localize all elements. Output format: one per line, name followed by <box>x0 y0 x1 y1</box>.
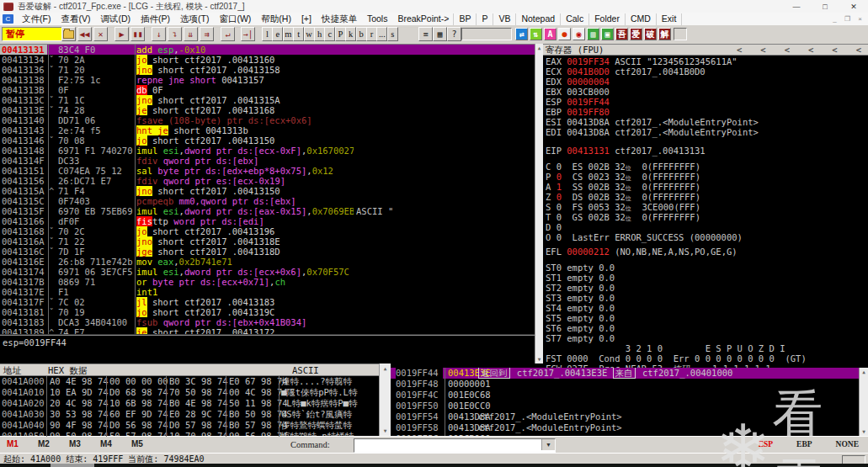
memo-tab-m3[interactable]: M3 <box>69 439 81 448</box>
mdi-restore-button[interactable]: ❐ <box>841 15 854 23</box>
register-line[interactable]: Z 0 DS 002B 32位 0(FFFFFFFF) <box>546 192 865 202</box>
ascii-icon[interactable]: A <box>544 28 556 40</box>
window-letter-button-e[interactable]: e <box>272 27 283 41</box>
menu-item[interactable]: 帮助(H) <box>256 13 296 25</box>
menu-item[interactable]: BP <box>453 13 477 25</box>
po-icon[interactable]: 破 <box>644 28 657 40</box>
register-line[interactable]: T 0 GS 002B 32位 0(FFFFFFFF) <box>546 212 865 222</box>
collapse-arrow-icon[interactable]: < <box>737 45 742 56</box>
register-line[interactable]: ECX 0041B0D0 ctf2017_.0041B0D0 <box>546 66 865 77</box>
menu-item[interactable]: 查看(V) <box>56 13 95 25</box>
mdi-minimize-button[interactable]: _ <box>828 15 841 23</box>
close-button[interactable]: ✕ <box>839 0 868 13</box>
disasm-row[interactable]: 00413183DCA3 34B04100fsub qword ptr ds:[… <box>0 317 535 327</box>
register-line[interactable]: EBX 003CB000 <box>546 87 865 97</box>
disasm-row[interactable]: 0041316E26:b8 711e742bmov eax,0x2b741e71 <box>0 257 535 267</box>
window-letter-button-k[interactable]: k <box>345 27 356 41</box>
dump-scrollbar[interactable]: ▲ ▼ <box>379 364 391 436</box>
disasm-row[interactable]: 0041315F6970 EB 75EB69imul esi,dword ptr… <box>0 206 535 216</box>
menu-item[interactable]: VB <box>493 13 516 25</box>
menu-item[interactable]: P <box>476 13 493 25</box>
stack-row[interactable]: 0019FF4400413E3E返回到 ctf2017_.00413E3E 来自… <box>391 368 859 379</box>
memo-tab-m2[interactable]: M2 <box>38 439 50 448</box>
register-line[interactable]: ST7 empty 0.0 <box>546 333 865 343</box>
dump-row[interactable]: 0041A03030 53 98 7460 EF 9D 74E0 28 9C 7… <box>0 409 379 420</box>
register-line[interactable]: EDI 00413D8A ctf2017_.<ModuleEntryPoint> <box>546 127 865 137</box>
register-line[interactable]: ST1 empty 0.0 <box>546 273 865 283</box>
command-input[interactable]: ▼ <box>354 438 556 453</box>
disasm-row[interactable]: 00413138F2:75 1crepne jne short 00413157 <box>0 75 535 85</box>
column-divider[interactable] <box>106 376 107 437</box>
dump-row[interactable]: 0041A000A0 4E 98 7400 00 00 00B0 3C 98 7… <box>0 376 379 387</box>
disasm-row[interactable]: 004131432e:74 f5hnt je short 0041313b <box>0 125 535 135</box>
step-over-button[interactable]: ↴ <box>168 27 182 41</box>
wu-icon[interactable]: 吾 <box>615 28 628 40</box>
register-line[interactable]: C 0 ES 002B 32位 0(FFFFFFFF) <box>546 162 865 172</box>
menu-item[interactable]: 快捷菜单 <box>317 13 362 25</box>
window-letter-button-c[interactable]: c <box>324 27 335 41</box>
mdi-close-button[interactable]: × <box>854 15 866 23</box>
disasm-row[interactable]: 00413168ˇ70 2Cjo short ctf2017_.00413196 <box>0 226 535 236</box>
register-line[interactable]: EFL 00000212 (NO,NB,NE,A,NS,PO,GE,G) <box>546 247 865 257</box>
column-divider[interactable] <box>445 368 445 436</box>
scroll-up-icon[interactable]: ▲ <box>380 365 391 372</box>
menu-item[interactable]: Tools <box>362 13 393 25</box>
window-letter-button-r[interactable]: r <box>366 27 377 41</box>
menu-item[interactable]: 文件(F) <box>17 13 56 25</box>
disasm-row[interactable]: 0041315A^71 F4jno short ctf2017_.0041315… <box>0 186 535 196</box>
help-icon[interactable]: ? <box>447 27 461 41</box>
stack-scrollbar[interactable]: ▲ ▼ <box>859 368 868 436</box>
register-line[interactable]: A 1 SS 002B 32位 0(FFFFFFFF) <box>546 182 865 192</box>
menu-item[interactable]: Folder <box>588 13 626 25</box>
window-letter-button-P[interactable]: P <box>335 27 346 41</box>
spiral-icon[interactable]: ◉ <box>572 28 585 40</box>
stack-row[interactable]: 0019FF4C001E0C68 <box>391 390 859 401</box>
register-line[interactable]: ST3 empty 0.0 <box>546 293 865 303</box>
window-letter-button-w[interactable]: w <box>304 27 315 41</box>
dump-row[interactable]: 0041A01010 EA 9D 74D0 68 98 7470 50 98 7… <box>0 387 379 398</box>
menu-item[interactable]: Notepad <box>515 13 561 25</box>
jie-icon[interactable]: 解 <box>658 28 671 40</box>
goto-none-button[interactable]: NONE <box>836 440 859 448</box>
step-into-button[interactable]: ↓ <box>152 27 166 41</box>
chevron-down-icon[interactable]: ▼ <box>541 439 555 450</box>
disasm-row[interactable]: 00413181ˇ70 19jo short ctf2017_.0041319C <box>0 307 535 317</box>
menu-item[interactable]: CMD <box>625 13 657 25</box>
goto-esp-button[interactable]: ESP <box>759 440 773 448</box>
stack-row[interactable]: 0019FF4800000001 <box>391 379 859 390</box>
register-line[interactable]: S 0 FS 0053 32位 3CE000(FFF) <box>546 202 865 212</box>
collapse-arrow-icon[interactable]: < <box>760 45 765 56</box>
menu-item[interactable]: [+] <box>296 13 317 25</box>
menu-item[interactable]: 调试(D) <box>95 13 136 25</box>
open-file-button[interactable] <box>61 27 76 41</box>
disasm-row[interactable]: 0041313B0Fdb 0F <box>0 85 535 95</box>
menu-item[interactable]: 窗口(W) <box>214 13 256 25</box>
scroll-down-icon[interactable]: ▼ <box>535 356 543 363</box>
disasm-row[interactable]: 0041317Fˇ7C 02jl short ctf2017_.00413183 <box>0 297 535 307</box>
menu-item[interactable]: Calc <box>560 13 589 25</box>
dump-row[interactable]: 0041A04090 4F 98 74D0 56 98 74D0 57 98 7… <box>0 420 379 431</box>
collapse-arrow-icon[interactable]: < <box>785 45 790 56</box>
disasm-row[interactable]: 0041313Eˇ74 28je short ctf2017_.00413168 <box>0 105 535 115</box>
register-line[interactable]: FST 0000 Cond 0 0 0 0 Err 0 0 0 0 0 0 0 … <box>546 353 865 364</box>
memo-tab-m4[interactable]: M4 <box>100 439 112 448</box>
register-line[interactable]: EAX 0019FF34 ASCII "12345612345611A" <box>546 56 865 66</box>
column-divider[interactable] <box>48 45 49 334</box>
menu-item[interactable]: Exit <box>656 13 683 25</box>
scroll-down-icon[interactable]: ▼ <box>860 428 868 435</box>
disasm-row[interactable]: 00413134ˇ70 2Ajo short ctf2017_.00413160 <box>0 55 535 65</box>
disasm-row[interactable]: 0041316Cˇ7D 1Fjge short ctf2017_.0041318… <box>0 247 535 257</box>
dump-row[interactable]: 0041A02020 4C 98 7410 6B 98 74B0 4E 98 7… <box>0 398 379 409</box>
record-icon[interactable]: ● <box>558 28 571 40</box>
disasm-row[interactable]: 0041313Cˇ71 1Cjno short ctf2017_.0041315… <box>0 95 535 105</box>
column-divider[interactable] <box>226 376 226 437</box>
disasm-row[interactable]: 0041315626:DC71 E7fdiv qword ptr es:[ecx… <box>0 176 535 186</box>
window-letter-button-h[interactable]: h <box>314 27 325 41</box>
scroll-up-icon[interactable]: ▲ <box>535 45 543 51</box>
maximize-button[interactable]: □ <box>811 0 839 13</box>
disasm-row[interactable]: 0041316Aˇ71 22jno short ctf2017_.0041318… <box>0 236 535 247</box>
disasm-row[interactable]: 004131746971 06 3E7CF5imul esi,dword ptr… <box>0 267 535 277</box>
window-letter-button-l[interactable]: l <box>262 27 273 41</box>
window-letter-button-t[interactable]: t <box>293 27 304 41</box>
disasm-row[interactable]: 0041313183C4 F0add esp,-0x10 <box>0 45 535 55</box>
